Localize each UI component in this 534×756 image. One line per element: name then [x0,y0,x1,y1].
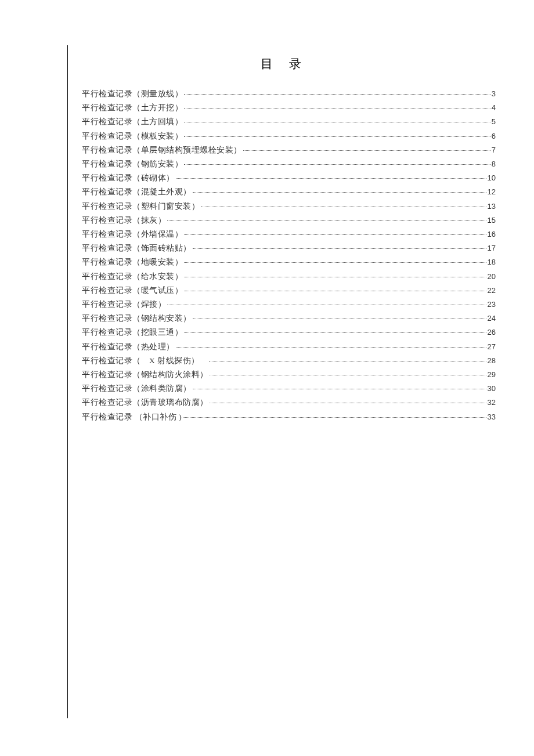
toc-page-number: 33 [488,410,496,424]
toc-item: 平行检查记录（钢结构防火涂料）29 [82,368,496,382]
toc-item: 平行检查记录（ X 射线探伤） 28 [82,354,496,368]
toc-page-number: 23 [488,298,496,312]
toc-item: 平行检查记录 （补口补伤 )33 [82,410,496,424]
toc-item: 平行检查记录（抹灰）15 [82,214,496,227]
toc-leader-dots [184,262,486,263]
toc-page-number: 26 [488,325,496,339]
toc-label: 平行检查记录（暖气试压） [82,284,183,298]
toc-leader-dots [184,332,486,333]
toc-page-number: 28 [488,354,496,368]
toc-item: 平行检查记录（涂料类防腐）30 [82,382,496,396]
toc-page-number: 5 [492,115,496,129]
toc-label: 平行检查记录（地暖安装） [82,255,183,269]
toc-leader-dots [201,207,486,207]
toc-page-number: 7 [492,143,496,157]
toc-page-number: 3 [492,87,496,101]
toc-leader-dots [210,403,486,403]
toc-label: 平行检查记录（单层钢结构预埋螺栓安装） [82,143,242,157]
toc-item: 平行检查记录（测量放线）3 [82,87,496,101]
toc-page-number: 10 [488,171,496,185]
toc-item: 平行检查记录（饰面砖粘贴）17 [82,241,496,255]
page-title: 目录 [82,56,496,72]
toc-page-number: 20 [488,270,496,284]
toc-page-number: 16 [488,227,496,241]
toc-label: 平行检查记录（土方回填） [82,115,183,129]
toc-item: 平行检查记录（混凝土外观）12 [82,185,496,199]
toc-item: 平行检查记录（外墙保温）16 [82,227,496,241]
toc-item: 平行检查记录（塑料门窗安装）13 [82,200,496,214]
toc-page-number: 18 [488,255,496,269]
toc-label: 平行检查记录（砖砌体） [82,171,175,185]
toc-page-number: 17 [488,241,496,255]
toc-leader-dots [184,164,490,165]
toc-leader-dots [176,178,486,179]
toc-page-number: 6 [492,129,496,143]
toc-page-number: 22 [488,284,496,298]
toc-label: 平行检查记录（模板安装） [82,129,183,143]
toc-leader-dots [184,277,486,277]
toc-page-number: 8 [492,157,496,171]
toc-label: 平行检查记录（挖眼三通） [82,325,183,339]
toc-page-number: 29 [488,368,496,382]
toc-label: 平行检查记录（钢筋安装） [82,157,183,171]
toc-page-number: 13 [488,200,496,214]
toc-label: 平行检查记录（给水安装） [82,270,183,284]
toc-label: 平行检查记录（混凝土外观） [82,185,192,199]
toc-item: 平行检查记录（钢结构安装）24 [82,312,496,325]
toc-leader-dots [183,417,486,418]
toc-leader-dots [167,305,486,305]
toc-label: 平行检查记录（ X 射线探伤） [82,354,208,368]
toc-label: 平行检查记录（沥青玻璃布防腐） [82,396,208,410]
toc-item: 平行检查记录（热处理）27 [82,340,496,354]
toc-item: 平行检查记录（土方开挖）4 [82,101,496,115]
toc-leader-dots [210,375,486,375]
toc-leader-dots [193,248,486,249]
toc-page-number: 24 [488,312,496,325]
toc-item: 平行检查记录（给水安装）20 [82,270,496,284]
toc-leader-dots [176,347,486,348]
toc-page-number: 30 [488,382,496,396]
toc-leader-dots [243,150,490,151]
toc-item: 平行检查记录（砖砌体）10 [82,171,496,185]
toc-item: 平行检查记录（模板安装）6 [82,129,496,143]
toc-page-number: 12 [488,185,496,199]
toc-page-number: 15 [488,214,496,227]
toc-leader-dots [184,108,490,108]
toc-leader-dots [167,220,486,221]
document-page: 目录 平行检查记录（测量放线）3平行检查记录（土方开挖）4平行检查记录（土方回填… [67,45,496,718]
toc-leader-dots [184,136,490,137]
toc-item: 平行检查记录（地暖安装）18 [82,255,496,269]
toc-leader-dots [209,361,486,361]
toc-label: 平行检查记录（外墙保温） [82,227,183,241]
toc-label: 平行检查记录（抹灰） [82,214,166,227]
toc-label: 平行检查记录 （补口补伤 ) [82,410,182,424]
toc-label: 平行检查记录（饰面砖粘贴） [82,241,192,255]
toc-label: 平行检查记录（钢结构安装） [82,312,192,325]
toc-label: 平行检查记录（钢结构防火涂料） [82,368,208,382]
toc-item: 平行检查记录（沥青玻璃布防腐）32 [82,396,496,410]
toc-leader-dots [193,389,486,389]
toc-page-number: 27 [488,340,496,354]
toc-label: 平行检查记录（热处理） [82,340,175,354]
toc-leader-dots [184,122,490,122]
toc-label: 平行检查记录（土方开挖） [82,101,183,115]
toc-item: 平行检查记录（暖气试压）22 [82,284,496,298]
toc-list: 平行检查记录（测量放线）3平行检查记录（土方开挖）4平行检查记录（土方回填）5平… [82,87,496,424]
toc-item: 平行检查记录（单层钢结构预埋螺栓安装）7 [82,143,496,157]
toc-page-number: 32 [488,396,496,410]
toc-label: 平行检查记录（焊接） [82,298,166,312]
toc-leader-dots [184,291,486,291]
toc-item: 平行检查记录（钢筋安装）8 [82,157,496,171]
toc-label: 平行检查记录（塑料门窗安装） [82,200,200,214]
toc-item: 平行检查记录（土方回填）5 [82,115,496,129]
toc-label: 平行检查记录（测量放线） [82,87,183,101]
toc-leader-dots [184,94,490,95]
toc-leader-dots [184,234,486,235]
toc-page-number: 4 [492,101,496,115]
toc-label: 平行检查记录（涂料类防腐） [82,382,192,396]
toc-item: 平行检查记录（焊接）23 [82,298,496,312]
toc-leader-dots [193,192,486,193]
toc-item: 平行检查记录（挖眼三通）26 [82,325,496,339]
toc-leader-dots [193,319,486,319]
